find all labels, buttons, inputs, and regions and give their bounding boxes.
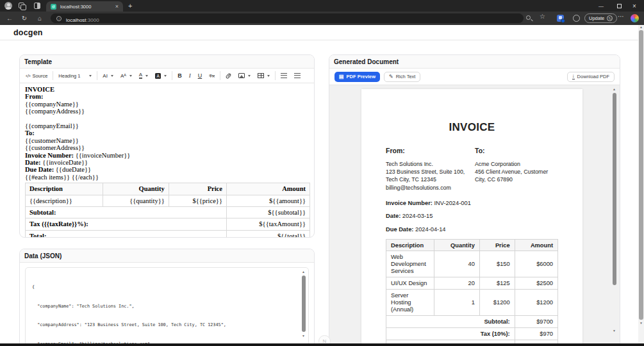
- invoice-meta: Invoice Number: INV-2024-001 Date: 2024-…: [386, 200, 558, 233]
- json-scrollbar[interactable]: ▲ ▼: [301, 270, 306, 340]
- template-table: Description Quantity Price Amount {{desc…: [25, 183, 310, 238]
- source-icon: ‹/›: [26, 73, 31, 79]
- tab-close-icon[interactable]: ×: [115, 4, 119, 10]
- bulleted-list-button[interactable]: [279, 70, 289, 81]
- numbered-list-button[interactable]: [292, 70, 302, 81]
- remove-format-button[interactable]: Tx: [207, 70, 217, 81]
- search-icon[interactable]: [526, 15, 531, 20]
- tab-rich-text[interactable]: ✎Rich Text: [384, 72, 420, 82]
- heading-dropdown[interactable]: Heading 1: [56, 70, 94, 81]
- pdf-doc-icon: ▤: [339, 74, 344, 79]
- scroll-up-icon[interactable]: ▲: [613, 87, 616, 91]
- bold-button[interactable]: B: [176, 70, 184, 81]
- page: docgen Template ‹/›Source Heading 1 AI A…: [0, 25, 638, 346]
- source-button[interactable]: ‹/›Source: [24, 70, 49, 81]
- to-column: To: Acme Corporation 456 Client Avenue, …: [475, 147, 558, 192]
- refresh-icon[interactable]: ↻: [19, 12, 30, 25]
- profile-icon[interactable]: [631, 14, 639, 22]
- subtotal-row: Subtotal: ${{subtotal}}: [26, 207, 310, 218]
- toolbar-separator: [53, 71, 53, 80]
- due-date-placeholder: {{dueDate}}: [54, 166, 91, 173]
- scrollbar-thumb[interactable]: [302, 276, 306, 332]
- update-sync-icon: ↻: [607, 15, 613, 21]
- preview-scrollbar[interactable]: ▲ ▼: [611, 87, 617, 345]
- page-scrollbar[interactable]: ▲ ▼: [638, 25, 644, 343]
- update-button[interactable]: Update ↻: [584, 13, 617, 23]
- scroll-up-icon[interactable]: ▲: [302, 270, 305, 274]
- scroll-down-icon[interactable]: ▼: [302, 334, 305, 338]
- chevron-down-icon: [164, 75, 167, 77]
- template-editor[interactable]: INVOICE From: {{companyName}} {{companyA…: [20, 83, 314, 238]
- site-favicon: [51, 4, 56, 10]
- table-row: {{description}} {{quantity}} ${{price}} …: [26, 195, 310, 206]
- link-button[interactable]: [224, 70, 233, 81]
- tax-row: Tax ({{taxRate}}%): ${{taxAmount}}: [26, 218, 310, 230]
- data-json-panel: Data (JSON) { "companyName": "Tech Solut…: [19, 249, 315, 346]
- italic-button[interactable]: I: [187, 70, 193, 81]
- favorites-star-icon[interactable]: ☆: [540, 13, 545, 20]
- from-label: From:: [386, 147, 475, 154]
- site-info-icon[interactable]: i: [56, 16, 62, 21]
- json-line: {: [32, 284, 302, 291]
- pdf-preview-area[interactable]: INVOICE From: Tech Solutions Inc. 123 Bu…: [329, 85, 620, 345]
- invoice-page: INVOICE From: Tech Solutions Inc. 123 Bu…: [361, 89, 582, 345]
- invoice-title: INVOICE: [386, 121, 558, 134]
- window-minimize-button[interactable]: —: [594, 0, 608, 12]
- customer-name-placeholder: {{customerName}}: [25, 137, 309, 144]
- bulleted-list-icon: [281, 73, 287, 78]
- col-amount: Amount: [226, 183, 310, 195]
- browser-tab[interactable]: localhost:3000 ×: [46, 1, 123, 12]
- json-line: "companyAddress": "123 Business Street, …: [32, 322, 302, 329]
- tab-actions-icon[interactable]: [34, 3, 40, 9]
- font-background-dropdown[interactable]: A: [153, 70, 169, 81]
- scrollbar-thumb[interactable]: [613, 93, 616, 285]
- blank-line: [25, 115, 309, 122]
- table-dropdown[interactable]: [256, 70, 272, 81]
- scroll-down-icon[interactable]: ▼: [613, 329, 616, 333]
- data-panel-title: Data (JSON): [24, 252, 62, 260]
- from-address: 123 Business Street, Suite 100, Tech Cit…: [386, 168, 475, 183]
- back-icon[interactable]: ←: [4, 12, 15, 25]
- home-icon[interactable]: ⌂: [34, 12, 45, 25]
- scrollbar-thumb[interactable]: [639, 30, 643, 320]
- extension-icon-gray[interactable]: [573, 15, 580, 22]
- window-close-button[interactable]: ×: [627, 0, 641, 12]
- url-port: :3000: [87, 17, 99, 23]
- tax-row: Tax (10%): $970: [386, 328, 558, 340]
- download-pdf-button[interactable]: ↓Download PDF: [567, 72, 615, 82]
- workspaces-icon[interactable]: [19, 3, 24, 8]
- tab-pdf-preview[interactable]: ▤PDF Preview: [334, 72, 380, 82]
- template-panel-title: Template: [24, 58, 52, 65]
- image-dropdown[interactable]: [236, 70, 252, 81]
- scroll-up-icon[interactable]: ▲: [640, 25, 643, 29]
- app-header: docgen: [0, 25, 638, 40]
- to-label: To:: [475, 147, 558, 154]
- url-text: localhost:3000: [66, 13, 99, 24]
- font-color-dropdown[interactable]: A: [137, 70, 150, 81]
- edit-pencil-icon: ✎: [389, 74, 393, 79]
- table-row: Server Hosting (Annual) 1 $1200 $1200: [386, 290, 558, 316]
- download-pdf-label: Download PDF: [577, 74, 609, 79]
- font-family-icon: Aᴬ: [120, 73, 126, 79]
- underline-button[interactable]: U: [196, 70, 204, 81]
- font-size-dropdown[interactable]: AI: [101, 70, 115, 81]
- scroll-down-icon[interactable]: ▼: [640, 321, 643, 325]
- toolbar-separator: [275, 71, 276, 80]
- extension-icon-blue[interactable]: [557, 15, 564, 22]
- generated-document-panel: Generated Document ▤PDF Preview ✎Rich Te…: [329, 54, 620, 346]
- col-description: Description: [386, 240, 434, 251]
- invoice-number-line: Invoice Number: INV-2024-001: [386, 200, 558, 206]
- window-maximize-button[interactable]: [612, 0, 626, 12]
- more-menu-icon[interactable]: ⋯: [618, 13, 624, 20]
- font-family-dropdown[interactable]: Aᴬ: [119, 70, 134, 81]
- font-background-icon: A: [155, 73, 161, 79]
- date-value: 2024-03-15: [400, 213, 433, 219]
- address-bar[interactable]: i localhost:3000: [51, 13, 524, 23]
- invoice-date-line: Date: 2024-03-15: [386, 213, 558, 219]
- json-editor[interactable]: { "companyName": "Tech Solutions Inc.", …: [25, 267, 309, 346]
- browser-avatar-icon[interactable]: [4, 2, 12, 10]
- new-tab-button[interactable]: +: [128, 2, 132, 10]
- rich-text-label: Rich Text: [396, 74, 416, 79]
- invoice-number-label: Invoice Number:: [25, 152, 74, 159]
- toolbar-separator: [97, 71, 97, 80]
